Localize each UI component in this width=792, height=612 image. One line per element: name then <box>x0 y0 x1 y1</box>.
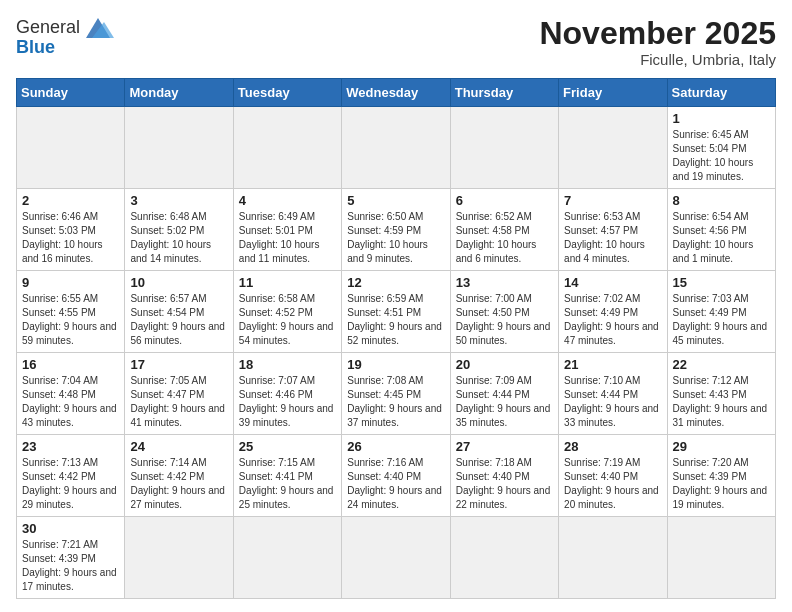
day-info: Sunrise: 6:53 AM Sunset: 4:57 PM Dayligh… <box>564 210 661 266</box>
day-number: 27 <box>456 439 553 454</box>
day-info: Sunrise: 6:55 AM Sunset: 4:55 PM Dayligh… <box>22 292 119 348</box>
day-number: 20 <box>456 357 553 372</box>
day-number: 3 <box>130 193 227 208</box>
weekday-header-friday: Friday <box>559 79 667 107</box>
day-info: Sunrise: 7:07 AM Sunset: 4:46 PM Dayligh… <box>239 374 336 430</box>
calendar-cell: 9Sunrise: 6:55 AM Sunset: 4:55 PM Daylig… <box>17 271 125 353</box>
day-info: Sunrise: 7:14 AM Sunset: 4:42 PM Dayligh… <box>130 456 227 512</box>
calendar-cell: 28Sunrise: 7:19 AM Sunset: 4:40 PM Dayli… <box>559 435 667 517</box>
calendar: SundayMondayTuesdayWednesdayThursdayFrid… <box>16 78 776 599</box>
weekday-header-wednesday: Wednesday <box>342 79 450 107</box>
day-info: Sunrise: 7:15 AM Sunset: 4:41 PM Dayligh… <box>239 456 336 512</box>
day-number: 24 <box>130 439 227 454</box>
title-block: November 2025 Ficulle, Umbria, Italy <box>539 16 776 68</box>
logo-icon <box>82 16 110 38</box>
calendar-cell: 30Sunrise: 7:21 AM Sunset: 4:39 PM Dayli… <box>17 517 125 599</box>
day-info: Sunrise: 7:00 AM Sunset: 4:50 PM Dayligh… <box>456 292 553 348</box>
day-number: 6 <box>456 193 553 208</box>
calendar-cell <box>559 107 667 189</box>
calendar-cell <box>559 517 667 599</box>
day-number: 12 <box>347 275 444 290</box>
logo: General Blue <box>16 16 110 56</box>
day-info: Sunrise: 7:20 AM Sunset: 4:39 PM Dayligh… <box>673 456 770 512</box>
calendar-cell <box>450 517 558 599</box>
weekday-header-sunday: Sunday <box>17 79 125 107</box>
calendar-body: 1Sunrise: 6:45 AM Sunset: 5:04 PM Daylig… <box>17 107 776 599</box>
calendar-cell <box>17 107 125 189</box>
day-info: Sunrise: 6:49 AM Sunset: 5:01 PM Dayligh… <box>239 210 336 266</box>
day-number: 9 <box>22 275 119 290</box>
day-info: Sunrise: 6:50 AM Sunset: 4:59 PM Dayligh… <box>347 210 444 266</box>
calendar-cell <box>342 107 450 189</box>
day-number: 5 <box>347 193 444 208</box>
calendar-cell: 13Sunrise: 7:00 AM Sunset: 4:50 PM Dayli… <box>450 271 558 353</box>
day-info: Sunrise: 6:54 AM Sunset: 4:56 PM Dayligh… <box>673 210 770 266</box>
day-number: 21 <box>564 357 661 372</box>
day-info: Sunrise: 7:04 AM Sunset: 4:48 PM Dayligh… <box>22 374 119 430</box>
calendar-cell: 7Sunrise: 6:53 AM Sunset: 4:57 PM Daylig… <box>559 189 667 271</box>
calendar-cell: 24Sunrise: 7:14 AM Sunset: 4:42 PM Dayli… <box>125 435 233 517</box>
calendar-cell: 11Sunrise: 6:58 AM Sunset: 4:52 PM Dayli… <box>233 271 341 353</box>
day-number: 11 <box>239 275 336 290</box>
day-number: 28 <box>564 439 661 454</box>
day-info: Sunrise: 7:09 AM Sunset: 4:44 PM Dayligh… <box>456 374 553 430</box>
day-number: 26 <box>347 439 444 454</box>
calendar-week-3: 9Sunrise: 6:55 AM Sunset: 4:55 PM Daylig… <box>17 271 776 353</box>
calendar-cell: 17Sunrise: 7:05 AM Sunset: 4:47 PM Dayli… <box>125 353 233 435</box>
calendar-cell: 27Sunrise: 7:18 AM Sunset: 4:40 PM Dayli… <box>450 435 558 517</box>
weekday-header-thursday: Thursday <box>450 79 558 107</box>
page-header: General Blue November 2025 Ficulle, Umbr… <box>16 16 776 68</box>
day-info: Sunrise: 6:58 AM Sunset: 4:52 PM Dayligh… <box>239 292 336 348</box>
day-info: Sunrise: 6:46 AM Sunset: 5:03 PM Dayligh… <box>22 210 119 266</box>
logo-general: General <box>16 18 80 36</box>
calendar-cell: 21Sunrise: 7:10 AM Sunset: 4:44 PM Dayli… <box>559 353 667 435</box>
day-number: 14 <box>564 275 661 290</box>
calendar-cell <box>342 517 450 599</box>
day-info: Sunrise: 7:03 AM Sunset: 4:49 PM Dayligh… <box>673 292 770 348</box>
day-info: Sunrise: 7:08 AM Sunset: 4:45 PM Dayligh… <box>347 374 444 430</box>
day-number: 30 <box>22 521 119 536</box>
day-info: Sunrise: 7:10 AM Sunset: 4:44 PM Dayligh… <box>564 374 661 430</box>
day-number: 10 <box>130 275 227 290</box>
logo-blue: Blue <box>16 38 55 56</box>
weekday-header-tuesday: Tuesday <box>233 79 341 107</box>
calendar-cell: 25Sunrise: 7:15 AM Sunset: 4:41 PM Dayli… <box>233 435 341 517</box>
day-number: 23 <box>22 439 119 454</box>
calendar-cell: 22Sunrise: 7:12 AM Sunset: 4:43 PM Dayli… <box>667 353 775 435</box>
calendar-cell <box>233 107 341 189</box>
day-number: 2 <box>22 193 119 208</box>
calendar-cell: 12Sunrise: 6:59 AM Sunset: 4:51 PM Dayli… <box>342 271 450 353</box>
calendar-cell: 8Sunrise: 6:54 AM Sunset: 4:56 PM Daylig… <box>667 189 775 271</box>
day-number: 8 <box>673 193 770 208</box>
day-info: Sunrise: 7:05 AM Sunset: 4:47 PM Dayligh… <box>130 374 227 430</box>
calendar-cell <box>667 517 775 599</box>
day-number: 19 <box>347 357 444 372</box>
day-number: 15 <box>673 275 770 290</box>
calendar-week-5: 23Sunrise: 7:13 AM Sunset: 4:42 PM Dayli… <box>17 435 776 517</box>
calendar-cell: 1Sunrise: 6:45 AM Sunset: 5:04 PM Daylig… <box>667 107 775 189</box>
calendar-cell: 4Sunrise: 6:49 AM Sunset: 5:01 PM Daylig… <box>233 189 341 271</box>
calendar-cell: 15Sunrise: 7:03 AM Sunset: 4:49 PM Dayli… <box>667 271 775 353</box>
day-number: 13 <box>456 275 553 290</box>
calendar-week-6: 30Sunrise: 7:21 AM Sunset: 4:39 PM Dayli… <box>17 517 776 599</box>
day-number: 25 <box>239 439 336 454</box>
day-number: 17 <box>130 357 227 372</box>
calendar-cell <box>125 517 233 599</box>
day-number: 1 <box>673 111 770 126</box>
weekday-header-saturday: Saturday <box>667 79 775 107</box>
calendar-cell: 14Sunrise: 7:02 AM Sunset: 4:49 PM Dayli… <box>559 271 667 353</box>
day-info: Sunrise: 7:21 AM Sunset: 4:39 PM Dayligh… <box>22 538 119 594</box>
calendar-cell <box>233 517 341 599</box>
day-number: 18 <box>239 357 336 372</box>
calendar-week-2: 2Sunrise: 6:46 AM Sunset: 5:03 PM Daylig… <box>17 189 776 271</box>
calendar-cell: 20Sunrise: 7:09 AM Sunset: 4:44 PM Dayli… <box>450 353 558 435</box>
calendar-cell: 10Sunrise: 6:57 AM Sunset: 4:54 PM Dayli… <box>125 271 233 353</box>
day-number: 22 <box>673 357 770 372</box>
calendar-cell: 6Sunrise: 6:52 AM Sunset: 4:58 PM Daylig… <box>450 189 558 271</box>
calendar-week-1: 1Sunrise: 6:45 AM Sunset: 5:04 PM Daylig… <box>17 107 776 189</box>
calendar-cell: 26Sunrise: 7:16 AM Sunset: 4:40 PM Dayli… <box>342 435 450 517</box>
day-number: 7 <box>564 193 661 208</box>
weekday-header-row: SundayMondayTuesdayWednesdayThursdayFrid… <box>17 79 776 107</box>
calendar-cell: 19Sunrise: 7:08 AM Sunset: 4:45 PM Dayli… <box>342 353 450 435</box>
day-info: Sunrise: 6:57 AM Sunset: 4:54 PM Dayligh… <box>130 292 227 348</box>
